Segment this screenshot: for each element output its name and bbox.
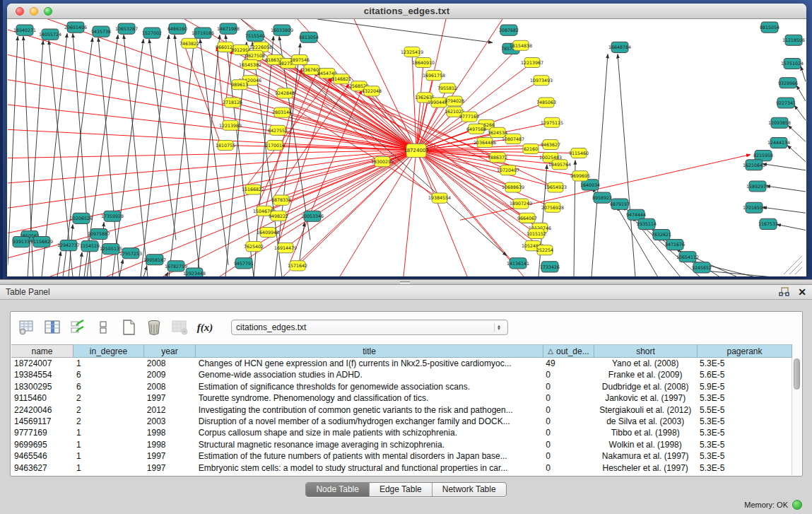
column-header-short[interactable]: short xyxy=(594,344,698,358)
svg-text:2087682: 2087682 xyxy=(499,28,519,33)
svg-text:16961758: 16961758 xyxy=(423,73,445,78)
svg-text:10653287: 10653287 xyxy=(115,26,138,31)
svg-text:20206526: 20206526 xyxy=(70,216,93,221)
svg-text:8427552: 8427552 xyxy=(268,128,288,133)
table-mode-icon[interactable] xyxy=(18,318,36,337)
network-window-titlebar[interactable]: citations_edges.txt xyxy=(7,4,806,19)
table-row[interactable]: 911546021997Tourette syndrome. Phenomeno… xyxy=(11,392,792,404)
svg-text:12093858: 12093858 xyxy=(768,120,791,125)
svg-text:1154519: 1154519 xyxy=(80,243,100,248)
svg-text:19654923: 19654923 xyxy=(544,185,567,189)
network-view-canvas[interactable]: 1694027114055724206914069435738106532871… xyxy=(8,19,806,276)
table-row[interactable]: 1872400712008Changes of HCN gene express… xyxy=(11,358,792,369)
citation-network-graph[interactable]: 1694027114055724206914069435738106532871… xyxy=(8,19,806,276)
table-select-dropdown[interactable]: citations_edges.txt ▲▼ xyxy=(231,320,508,335)
table-row[interactable]: 946362711997Embryonic stem cells: a mode… xyxy=(11,462,792,474)
row-height-icon[interactable] xyxy=(94,318,112,337)
memory-status-icon[interactable] xyxy=(792,500,802,510)
svg-text:1621022: 1621022 xyxy=(445,109,464,114)
table-cell: 0 xyxy=(543,416,594,427)
svg-text:9794028: 9794028 xyxy=(445,98,464,103)
table-browser: f(x) citations_edges.txt ▲▼ namein_degre… xyxy=(10,311,803,477)
tab-edge-table[interactable]: Edge Table xyxy=(370,483,433,496)
svg-text:9242848: 9242848 xyxy=(275,90,295,95)
svg-text:8813054: 8813054 xyxy=(299,35,319,40)
network-desktop: citations_edges.txt 16940271140557242069… xyxy=(0,0,812,279)
svg-text:16409948: 16409948 xyxy=(257,230,279,235)
create-table-icon[interactable] xyxy=(119,318,138,337)
column-header-in_degree[interactable]: in_degree xyxy=(73,344,144,358)
table-cell: Stergiakouli et al. (2012) xyxy=(594,404,697,416)
table-cell: 18300295 xyxy=(11,381,73,392)
svg-text:2718126: 2718126 xyxy=(223,100,242,105)
svg-text:19958187: 19958187 xyxy=(143,257,166,262)
tab-node-table[interactable]: Node Table xyxy=(306,483,370,496)
close-panel-icon[interactable]: ✕ xyxy=(798,287,806,297)
svg-text:7886372: 7886372 xyxy=(488,155,507,160)
table-cell: 0 xyxy=(543,427,594,438)
column-header-name[interactable]: name xyxy=(11,344,73,358)
table-cell: Hescheler et al. (1997) xyxy=(594,462,697,474)
table-cell: Dudbridge et al. (2008) xyxy=(594,381,697,392)
svg-text:7625402: 7625402 xyxy=(244,244,264,249)
svg-text:16545382: 16545382 xyxy=(239,62,261,67)
svg-text:17359928: 17359928 xyxy=(101,214,124,218)
table-row[interactable]: 1830029562008Estimation of significance … xyxy=(11,381,792,392)
table-cell: 5.3E-5 xyxy=(697,450,792,462)
table-row[interactable]: 969969511998Structural magnetic resonanc… xyxy=(11,439,792,450)
table-cell: 9115460 xyxy=(11,392,73,404)
table-row[interactable]: 2242004622012Investigating the contribut… xyxy=(11,404,792,416)
svg-text:9777169: 9777169 xyxy=(459,114,479,119)
svg-text:3624534: 3624534 xyxy=(488,130,507,135)
svg-text:12923448: 12923448 xyxy=(183,271,206,276)
table-cell: 2 xyxy=(73,416,144,427)
table-row[interactable]: 977716911998Corpus callosum shape and si… xyxy=(11,427,792,438)
svg-text:17957253: 17957253 xyxy=(119,251,142,256)
show-columns-icon[interactable] xyxy=(43,318,61,337)
svg-text:14055724: 14055724 xyxy=(39,32,61,37)
svg-text:9245652: 9245652 xyxy=(692,265,712,270)
svg-text:14671988: 14671988 xyxy=(217,26,240,31)
table-cell: 9465546 xyxy=(11,450,73,462)
svg-text:10720407: 10720407 xyxy=(497,168,519,173)
table-cell: 18724007 xyxy=(11,358,73,369)
function-builder-icon[interactable]: f(x) xyxy=(196,318,214,337)
table-cell: 2012 xyxy=(144,404,196,416)
panel-resize-handle[interactable] xyxy=(0,279,812,285)
svg-text:1810755: 1810755 xyxy=(216,143,235,148)
table-cell: 1 xyxy=(73,450,144,462)
table-cell: 5.6E-5 xyxy=(697,369,792,380)
svg-text:12325419: 12325419 xyxy=(401,49,423,54)
column-header-year[interactable]: year xyxy=(144,344,196,358)
table-cell: 5.5E-5 xyxy=(697,404,792,416)
select-all-icon[interactable] xyxy=(69,318,87,337)
table-row[interactable]: 1456911722003Disruption of a novel membe… xyxy=(11,416,792,427)
close-button[interactable] xyxy=(16,7,24,16)
table-row[interactable]: 1938455462009Genome-wide association stu… xyxy=(11,369,792,380)
scrollbar-thumb[interactable] xyxy=(794,358,800,390)
table-cell: 2008 xyxy=(144,358,196,369)
minimize-button[interactable] xyxy=(30,7,38,16)
column-header-title[interactable]: title xyxy=(196,344,543,358)
svg-text:8958923: 8958923 xyxy=(592,195,612,200)
table-cell: 5.3E-5 xyxy=(697,439,792,450)
table-row[interactable]: 946554611997Estimation of the future num… xyxy=(11,450,792,462)
column-header-out_de[interactable]: △out_de... xyxy=(543,344,594,358)
svg-text:8815054: 8815054 xyxy=(760,25,779,30)
float-panel-icon[interactable] xyxy=(779,287,789,297)
column-header-pagerank[interactable]: pagerank xyxy=(698,344,792,358)
zoom-button[interactable] xyxy=(44,7,52,16)
svg-text:62160: 62160 xyxy=(524,146,538,151)
svg-text:2803144: 2803144 xyxy=(272,110,292,115)
delete-table-icon xyxy=(170,318,189,337)
table-cell: 1997 xyxy=(144,462,196,474)
svg-text:15166822: 15166822 xyxy=(242,187,264,192)
svg-text:10654112: 10654112 xyxy=(676,255,699,259)
table-cell: Structural magnetic resonance image aver… xyxy=(196,439,543,450)
table-cell: 0 xyxy=(543,404,594,416)
vertical-scrollbar[interactable] xyxy=(792,358,801,475)
delete-file-icon[interactable] xyxy=(145,318,163,337)
table-cell: Yano et al. (2008) xyxy=(594,358,697,369)
svg-text:10719186: 10719186 xyxy=(192,30,214,35)
tab-network-table[interactable]: Network Table xyxy=(433,483,506,496)
